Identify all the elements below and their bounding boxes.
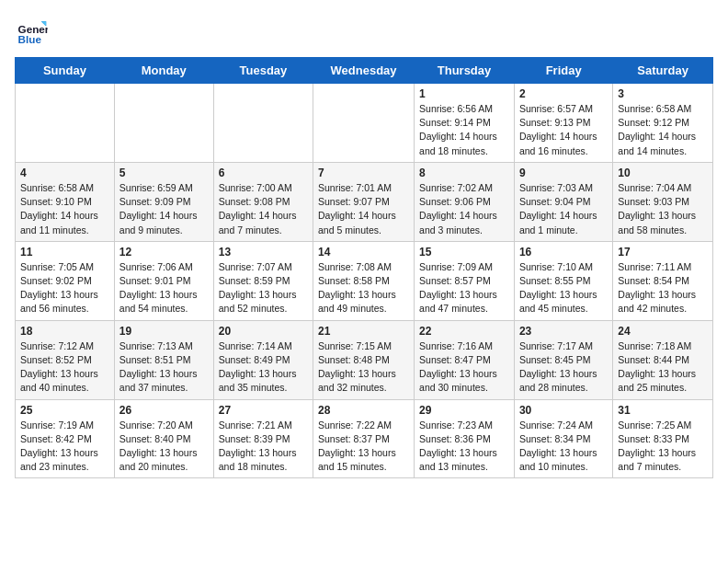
day-number: 26 xyxy=(119,404,209,417)
col-header-wednesday: Wednesday xyxy=(313,58,415,84)
col-header-thursday: Thursday xyxy=(415,58,515,84)
day-content: Sunrise: 7:06 AM Sunset: 9:01 PM Dayligh… xyxy=(119,260,209,316)
day-number: 4 xyxy=(20,167,109,179)
day-content: Sunrise: 6:58 AM Sunset: 9:12 PM Dayligh… xyxy=(618,102,708,158)
calendar-cell: 16Sunrise: 7:10 AM Sunset: 8:55 PM Dayli… xyxy=(514,241,612,320)
calendar-cell: 12Sunrise: 7:06 AM Sunset: 9:01 PM Dayli… xyxy=(114,241,213,320)
day-content: Sunrise: 7:23 AM Sunset: 8:36 PM Dayligh… xyxy=(419,419,509,475)
calendar-cell: 19Sunrise: 7:13 AM Sunset: 8:51 PM Dayli… xyxy=(114,320,213,399)
day-content: Sunrise: 7:25 AM Sunset: 8:33 PM Dayligh… xyxy=(618,419,708,475)
day-number: 1 xyxy=(419,87,509,100)
day-number: 15 xyxy=(419,246,509,259)
day-number: 6 xyxy=(219,167,308,179)
day-content: Sunrise: 6:56 AM Sunset: 9:14 PM Dayligh… xyxy=(419,102,509,158)
day-content: Sunrise: 7:16 AM Sunset: 8:47 PM Dayligh… xyxy=(419,339,509,396)
day-number: 25 xyxy=(20,404,109,417)
calendar-cell: 18Sunrise: 7:12 AM Sunset: 8:52 PM Dayli… xyxy=(16,320,115,399)
day-content: Sunrise: 7:14 AM Sunset: 8:49 PM Dayligh… xyxy=(219,339,308,396)
calendar-cell: 28Sunrise: 7:22 AM Sunset: 8:37 PM Dayli… xyxy=(313,399,415,478)
calendar-cell: 3Sunrise: 6:58 AM Sunset: 9:12 PM Daylig… xyxy=(613,84,713,163)
calendar-header-row: SundayMondayTuesdayWednesdayThursdayFrid… xyxy=(16,58,713,84)
day-content: Sunrise: 7:21 AM Sunset: 8:39 PM Dayligh… xyxy=(219,419,308,475)
day-content: Sunrise: 7:13 AM Sunset: 8:51 PM Dayligh… xyxy=(119,339,209,396)
calendar-cell: 23Sunrise: 7:17 AM Sunset: 8:45 PM Dayli… xyxy=(514,320,612,399)
day-content: Sunrise: 7:11 AM Sunset: 8:54 PM Dayligh… xyxy=(618,260,708,316)
day-content: Sunrise: 7:18 AM Sunset: 8:44 PM Dayligh… xyxy=(618,339,708,396)
calendar-cell: 29Sunrise: 7:23 AM Sunset: 8:36 PM Dayli… xyxy=(415,399,515,478)
svg-text:Blue: Blue xyxy=(18,33,42,45)
calendar-week-5: 25Sunrise: 7:19 AM Sunset: 8:42 PM Dayli… xyxy=(16,399,713,478)
day-number: 10 xyxy=(618,167,708,179)
calendar-cell xyxy=(114,84,213,163)
day-content: Sunrise: 7:03 AM Sunset: 9:04 PM Dayligh… xyxy=(519,181,608,237)
day-number: 18 xyxy=(20,325,109,338)
day-number: 11 xyxy=(20,246,109,259)
day-content: Sunrise: 7:09 AM Sunset: 8:57 PM Dayligh… xyxy=(419,260,509,316)
day-number: 20 xyxy=(219,325,308,338)
day-content: Sunrise: 6:58 AM Sunset: 9:10 PM Dayligh… xyxy=(20,181,109,237)
day-content: Sunrise: 6:59 AM Sunset: 9:09 PM Dayligh… xyxy=(119,181,209,237)
day-number: 14 xyxy=(318,246,409,259)
calendar-table: SundayMondayTuesdayWednesdayThursdayFrid… xyxy=(15,57,713,478)
calendar-cell: 21Sunrise: 7:15 AM Sunset: 8:48 PM Dayli… xyxy=(313,320,415,399)
day-number: 9 xyxy=(519,167,608,179)
calendar-cell xyxy=(313,84,415,163)
day-content: Sunrise: 7:07 AM Sunset: 8:59 PM Dayligh… xyxy=(219,260,308,316)
page-header: General Blue xyxy=(15,15,713,48)
calendar-cell: 9Sunrise: 7:03 AM Sunset: 9:04 PM Daylig… xyxy=(514,162,612,241)
calendar-cell: 30Sunrise: 7:24 AM Sunset: 8:34 PM Dayli… xyxy=(514,399,612,478)
day-number: 16 xyxy=(519,246,608,259)
calendar-week-2: 4Sunrise: 6:58 AM Sunset: 9:10 PM Daylig… xyxy=(16,162,713,241)
day-number: 8 xyxy=(419,167,509,179)
day-content: Sunrise: 7:01 AM Sunset: 9:07 PM Dayligh… xyxy=(318,181,409,237)
calendar-cell: 17Sunrise: 7:11 AM Sunset: 8:54 PM Dayli… xyxy=(613,241,713,320)
calendar-cell xyxy=(213,84,313,163)
calendar-cell: 31Sunrise: 7:25 AM Sunset: 8:33 PM Dayli… xyxy=(613,399,713,478)
day-content: Sunrise: 7:19 AM Sunset: 8:42 PM Dayligh… xyxy=(20,419,109,475)
calendar-cell: 8Sunrise: 7:02 AM Sunset: 9:06 PM Daylig… xyxy=(415,162,515,241)
col-header-tuesday: Tuesday xyxy=(213,58,313,84)
day-content: Sunrise: 7:24 AM Sunset: 8:34 PM Dayligh… xyxy=(519,419,608,475)
col-header-monday: Monday xyxy=(114,58,213,84)
calendar-cell: 25Sunrise: 7:19 AM Sunset: 8:42 PM Dayli… xyxy=(16,399,115,478)
calendar-cell: 27Sunrise: 7:21 AM Sunset: 8:39 PM Dayli… xyxy=(213,399,313,478)
day-content: Sunrise: 7:04 AM Sunset: 9:03 PM Dayligh… xyxy=(618,181,708,237)
day-content: Sunrise: 7:10 AM Sunset: 8:55 PM Dayligh… xyxy=(519,260,608,316)
calendar-cell: 15Sunrise: 7:09 AM Sunset: 8:57 PM Dayli… xyxy=(415,241,515,320)
day-content: Sunrise: 7:00 AM Sunset: 9:08 PM Dayligh… xyxy=(219,181,308,237)
day-content: Sunrise: 7:05 AM Sunset: 9:02 PM Dayligh… xyxy=(20,260,109,316)
col-header-friday: Friday xyxy=(514,58,612,84)
calendar-week-4: 18Sunrise: 7:12 AM Sunset: 8:52 PM Dayli… xyxy=(16,320,713,399)
day-number: 31 xyxy=(618,404,708,417)
calendar-cell: 4Sunrise: 6:58 AM Sunset: 9:10 PM Daylig… xyxy=(16,162,115,241)
day-number: 5 xyxy=(119,167,209,179)
day-content: Sunrise: 7:02 AM Sunset: 9:06 PM Dayligh… xyxy=(419,181,509,237)
calendar-cell: 11Sunrise: 7:05 AM Sunset: 9:02 PM Dayli… xyxy=(16,241,115,320)
calendar-cell: 5Sunrise: 6:59 AM Sunset: 9:09 PM Daylig… xyxy=(114,162,213,241)
calendar-cell: 22Sunrise: 7:16 AM Sunset: 8:47 PM Dayli… xyxy=(415,320,515,399)
calendar-cell xyxy=(16,84,115,163)
col-header-sunday: Sunday xyxy=(16,58,115,84)
day-number: 2 xyxy=(519,87,608,100)
calendar-cell: 26Sunrise: 7:20 AM Sunset: 8:40 PM Dayli… xyxy=(114,399,213,478)
day-content: Sunrise: 7:20 AM Sunset: 8:40 PM Dayligh… xyxy=(119,419,209,475)
day-number: 30 xyxy=(519,404,608,417)
day-content: Sunrise: 7:22 AM Sunset: 8:37 PM Dayligh… xyxy=(318,419,409,475)
calendar-cell: 24Sunrise: 7:18 AM Sunset: 8:44 PM Dayli… xyxy=(613,320,713,399)
calendar-cell: 10Sunrise: 7:04 AM Sunset: 9:03 PM Dayli… xyxy=(613,162,713,241)
day-content: Sunrise: 7:15 AM Sunset: 8:48 PM Dayligh… xyxy=(318,339,409,396)
day-number: 24 xyxy=(618,325,708,338)
calendar-cell: 14Sunrise: 7:08 AM Sunset: 8:58 PM Dayli… xyxy=(313,241,415,320)
day-number: 27 xyxy=(219,404,308,417)
day-number: 23 xyxy=(519,325,608,338)
calendar-cell: 1Sunrise: 6:56 AM Sunset: 9:14 PM Daylig… xyxy=(415,84,515,163)
calendar-week-1: 1Sunrise: 6:56 AM Sunset: 9:14 PM Daylig… xyxy=(16,84,713,163)
calendar-week-3: 11Sunrise: 7:05 AM Sunset: 9:02 PM Dayli… xyxy=(16,241,713,320)
day-number: 3 xyxy=(618,87,708,100)
calendar-cell: 20Sunrise: 7:14 AM Sunset: 8:49 PM Dayli… xyxy=(213,320,313,399)
logo-icon: General Blue xyxy=(15,15,48,48)
day-number: 19 xyxy=(119,325,209,338)
day-number: 7 xyxy=(318,167,409,179)
day-content: Sunrise: 6:57 AM Sunset: 9:13 PM Dayligh… xyxy=(519,102,608,158)
day-number: 21 xyxy=(318,325,409,338)
